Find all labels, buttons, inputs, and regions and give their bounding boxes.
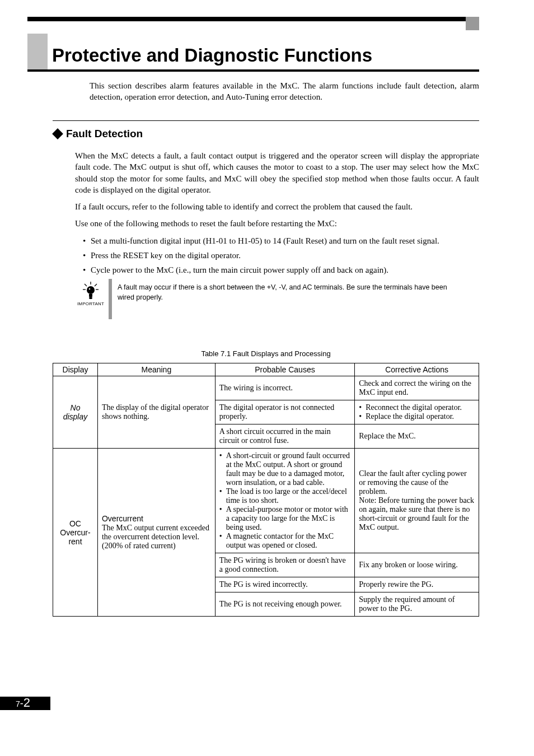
section-heading: Fault Detection xyxy=(53,128,479,140)
table-row: OC Overcur- rent Overcurrent The MxC out… xyxy=(53,449,479,553)
section-p3: Use one of the following methods to rese… xyxy=(75,218,479,229)
meaning-body: The MxC output current exceeded the over… xyxy=(102,524,209,550)
cell-cause: A short circuit occurred in the main cir… xyxy=(215,424,355,449)
important-callout: IMPORTANT A fault may occur if there is … xyxy=(75,279,479,319)
svg-point-8 xyxy=(89,288,91,290)
top-rule xyxy=(27,17,479,21)
cell-action: Replace the MxC. xyxy=(355,424,479,449)
list-item: Reconnect the digital operator. xyxy=(359,403,475,412)
th-display: Display xyxy=(53,363,98,376)
cell-action: Properly rewire the PG. xyxy=(355,577,479,592)
page-number: 7-2 xyxy=(16,696,30,710)
cell-display: No display xyxy=(53,376,98,449)
section-p1: When the MxC detects a fault, a fault co… xyxy=(75,150,479,195)
section-title: Fault Detection xyxy=(66,128,143,140)
table-caption: Table 7.1 Fault Displays and Processing xyxy=(53,349,479,358)
svg-rect-6 xyxy=(89,294,92,297)
section-body: When the MxC detects a fault, a fault co… xyxy=(75,150,479,230)
cell-meaning: The display of the digital operator show… xyxy=(97,376,215,449)
list-item: Set a multi-function digital input (H1-0… xyxy=(83,235,479,246)
cell-cause: The PG is not receiving enough power. xyxy=(215,592,355,617)
fault-table: Display Meaning Probable Causes Correcti… xyxy=(53,363,479,617)
cell-display: OC Overcur- rent xyxy=(53,449,98,617)
svg-point-5 xyxy=(87,286,95,294)
th-actions: Corrective Actions xyxy=(355,363,479,376)
cell-cause: The digital operator is not connected pr… xyxy=(215,400,355,424)
cell-action: Check and correct the wiring on the MxC … xyxy=(355,376,479,400)
list-item: Press the RESET key on the digital opera… xyxy=(83,250,479,261)
table-header-row: Display Meaning Probable Causes Correcti… xyxy=(53,363,479,376)
cell-action: Fix any broken or loose wiring. xyxy=(355,553,479,577)
important-label: IMPORTANT xyxy=(77,301,104,306)
idea-icon xyxy=(81,281,100,300)
side-tab-marker xyxy=(466,17,479,30)
list-item: Replace the digital operator. xyxy=(359,412,475,421)
chapter-title-block: Protective and Diagnostic Functions xyxy=(27,34,479,72)
diamond-icon xyxy=(52,128,63,139)
page: Protective and Diagnostic Functions This… xyxy=(0,0,534,756)
section-p2: If a fault occurs, refer to the followin… xyxy=(75,201,479,212)
cell-cause: The PG is wired incorrectly. xyxy=(215,577,355,592)
svg-line-2 xyxy=(95,284,97,286)
list-item: A special-purpose motor or motor with a … xyxy=(219,505,351,532)
cell-cause: The wiring is incorrect. xyxy=(215,376,355,400)
cell-action: Clear the fault after cycling power or r… xyxy=(355,449,479,553)
th-causes: Probable Causes xyxy=(215,363,355,376)
list-item: A short-circuit or ground fault occurred… xyxy=(219,451,351,487)
title-underline xyxy=(27,69,479,72)
cell-cause: The PG wiring is broken or doesn't have … xyxy=(215,553,355,577)
list-item: A magnetic contactor for the MxC output … xyxy=(219,532,351,550)
svg-line-1 xyxy=(85,284,87,286)
list-item: The load is too large or the accel/decel… xyxy=(219,487,351,505)
reset-methods-list: Set a multi-function digital input (H1-0… xyxy=(83,235,479,276)
title-ornament-side xyxy=(27,45,48,69)
section-fault-detection: Fault Detection When the MxC detects a f… xyxy=(53,120,479,279)
page-title: Protective and Diagnostic Functions xyxy=(48,45,479,69)
table-row: No display The display of the digital op… xyxy=(53,376,479,400)
cell-cause: A short-circuit or ground fault occurred… xyxy=(215,449,355,553)
th-meaning: Meaning xyxy=(97,363,215,376)
list-item: Cycle power to the MxC (i.e., turn the m… xyxy=(83,264,479,276)
svg-point-7 xyxy=(89,297,92,299)
chapter-intro: This section describes alarm features av… xyxy=(90,80,479,103)
section-divider xyxy=(53,120,479,121)
meaning-title: Overcurrent xyxy=(102,514,143,523)
cell-meaning: Overcurrent The MxC output current excee… xyxy=(97,449,215,617)
cell-action: Reconnect the digital operator. Replace … xyxy=(355,400,479,424)
important-vertical-bar xyxy=(109,279,112,319)
important-text: A fault may occur if there is a short be… xyxy=(118,279,465,302)
cell-action: Supply the required amount of power to t… xyxy=(355,592,479,617)
important-icon-block: IMPORTANT xyxy=(75,279,106,306)
